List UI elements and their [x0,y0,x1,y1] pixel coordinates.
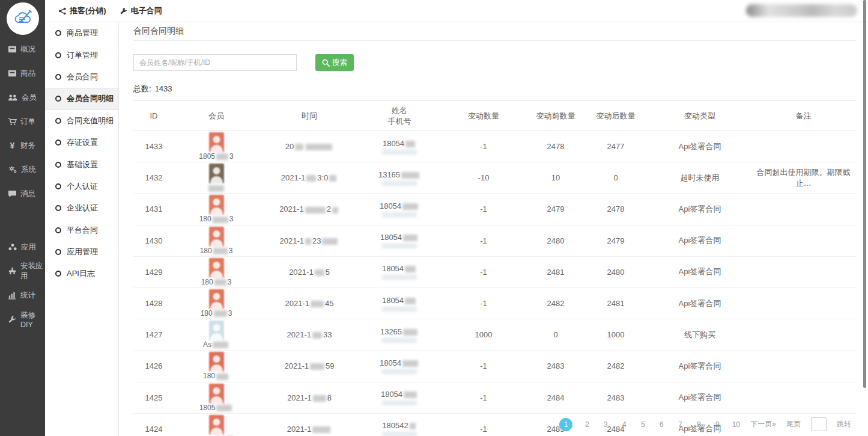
cell-member: 1805 [174,382,258,413]
cell-change: -1 [439,287,529,319]
cell-member: 180 [174,351,258,382]
page-button-9[interactable]: 9 [713,420,721,429]
table-row: 1427As2021-13313265100001000线下购买 [133,319,856,351]
cell-after: 1000 [583,319,649,351]
jump-page-input[interactable] [811,417,827,431]
member-id-text: As [203,341,229,349]
cell-type: Api签署合同 [649,131,751,162]
cell-change: -1 [439,131,529,162]
cell-change: -1 [439,225,529,256]
sidebar-item-finance[interactable]: ¥财务 [0,134,45,158]
sidebar-item-overview[interactable]: 概况 [0,37,45,61]
cell-member: 1803 [174,194,258,225]
phone-text: 18054 [363,139,436,148]
jump-button[interactable]: 跳转 [837,419,851,429]
submenu-item-11[interactable]: API日志 [45,263,118,284]
page-button-8[interactable]: 8 [694,420,703,429]
table-row: 14261802021-15918054-124832482Api签署合同 [133,351,856,382]
cell-before: 2481 [529,256,583,287]
next-page-button[interactable]: 下一页» [750,419,776,429]
cell-type: Api签署合同 [649,256,751,287]
column-header: 变动数量 [439,101,529,131]
top-tab-econtract[interactable]: 电子合同 [120,5,162,16]
sidebar-item-members[interactable]: 会员 [0,85,45,109]
column-header: 会员 [174,101,258,131]
submenu-item-4[interactable]: 合同充值明细 [45,110,118,132]
sidebar-item-install[interactable]: 安装应用 [0,259,45,283]
submenu-item-label: 订单管理 [67,50,98,61]
page-button-5[interactable]: 5 [639,420,647,429]
cell-time: 2021-15 [258,256,360,287]
sidebar-item-apps[interactable]: 应用 [0,235,45,259]
cell-name-phone: 180542 [360,413,439,436]
cell-member: 1803 [174,225,258,256]
cell-type: Api签署合同 [649,382,751,413]
redacted-name [382,150,417,155]
submenu-item-label: 存证设置 [67,137,98,148]
cell-id: 1427 [133,319,174,351]
submenu-item-10[interactable]: 应用管理 [45,241,118,263]
page-button-1[interactable]: 1 [559,418,572,431]
radio-circle-icon [55,249,61,255]
last-page-button[interactable]: 尾页 [786,419,801,429]
cell-id: 1430 [133,225,174,256]
cell-after: 2482 [583,351,649,382]
submenu-item-9[interactable]: 平台合同 [45,220,118,241]
page-button-7[interactable]: 7 [676,420,684,429]
cell-type: 超时未使用 [649,162,751,194]
sidebar-item-goods[interactable]: 商品 [0,61,45,85]
sidebar-item-orders[interactable]: 订单 [0,109,45,134]
page-button-10[interactable]: 10 [732,420,740,429]
radio-circle-icon [55,118,61,124]
total-value: 1433 [155,84,172,93]
cell-change: 1000 [439,319,529,351]
submenu-item-8[interactable]: 企业认证 [45,197,118,219]
cell-before: 2483 [529,351,583,382]
top-tab-promoter[interactable]: 推客(分销) [58,5,106,16]
search-button-label: 搜索 [332,58,347,68]
submenu-item-5[interactable]: 存证设置 [45,132,118,153]
diy-icon [8,315,17,324]
submenu-item-3[interactable]: 会员合同明细 [45,88,118,109]
radio-circle-icon [55,74,61,80]
sidebar-item-message[interactable]: 消息 [0,182,45,206]
search-button[interactable]: 搜索 [315,54,354,71]
phone-text: 13165 [363,170,436,179]
contract-detail-table: ID会员时间姓名手机号变动数量变动前数量变动后数量变动类型备注 14331805… [133,100,856,436]
cell-before: 2484 [529,382,583,413]
sidebar-item-label: 系统 [21,165,36,175]
cell-change: -1 [439,413,529,436]
sidebar-item-system[interactable]: 系统 [0,158,45,182]
member-avatar [209,321,224,340]
submenu-item-0[interactable]: 商品管理 [45,22,118,44]
cell-id: 1433 [133,131,174,162]
page-button-3[interactable]: 3 [601,420,610,429]
submenu-item-2[interactable]: 会员合同 [45,66,118,88]
cell-name-phone: 18054 [360,382,439,413]
sidebar-item-label: 消息 [20,189,35,199]
redacted-name [382,307,417,312]
column-header: 变动后数量 [583,101,649,131]
radio-circle-icon [55,271,61,277]
cell-time: 2021-13:0 [258,162,360,194]
cell-remark [751,256,856,287]
sidebar-item-stats[interactable]: 统计 [0,283,45,307]
submenu-item-7[interactable]: 个人认证 [45,176,118,197]
sidebar-item-diy[interactable]: 装修DIY [0,307,45,331]
table-row: 14322021-13:013165-10100超时未使用合同超出使用期限。期限… [133,162,856,194]
cell-type: Api签署合同 [649,287,751,319]
radio-circle-icon [55,183,61,189]
page-button-2[interactable]: 2 [583,420,591,429]
search-input[interactable] [133,54,297,71]
submenu-item-6[interactable]: 基础设置 [45,153,118,175]
cell-member [174,162,258,194]
cell-name-phone: 18054 [360,256,439,287]
page-button-6[interactable]: 6 [657,420,666,429]
submenu-item-1[interactable]: 订单管理 [45,44,118,66]
member-id-text: 1803 [199,215,234,223]
submenu-item-label: 平台合同 [67,225,98,236]
account-info-redacted[interactable] [746,4,857,17]
page-button-4[interactable]: 4 [620,420,628,429]
app-logo[interactable] [0,0,45,37]
vertical-scrollbar[interactable] [863,0,866,388]
